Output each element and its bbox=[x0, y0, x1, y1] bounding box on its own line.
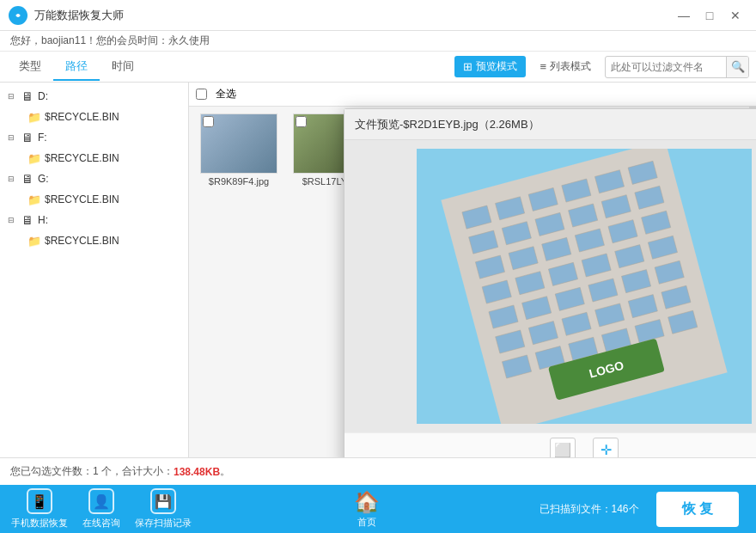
tab-path[interactable]: 路径 bbox=[53, 53, 100, 81]
tab-type[interactable]: 类型 bbox=[7, 53, 53, 81]
preview-image: LOGO bbox=[417, 149, 752, 424]
status-suffix: 。 bbox=[220, 464, 230, 479]
drive-label-d: D: bbox=[38, 90, 48, 102]
app-logo bbox=[9, 6, 27, 25]
search-input[interactable] bbox=[606, 61, 726, 73]
folder-label-h-recycle: $RECYCLE.BIN bbox=[45, 235, 119, 247]
toggle-d-recycle bbox=[12, 111, 24, 123]
toggle-f-recycle bbox=[12, 152, 24, 164]
home-button[interactable]: 🏠 首页 bbox=[354, 490, 380, 529]
sidebar: ⊟ 🖥 D: 📁 $RECYCLE.BIN ⊟ 🖥 F: 📁 $RECYCLE.… bbox=[0, 83, 189, 457]
scanned-text: 已扫描到文件：146个 bbox=[540, 503, 639, 515]
modal-zoom-button[interactable]: ✛ bbox=[593, 438, 619, 458]
drive-label-h: H: bbox=[38, 214, 48, 226]
folder-label-f-recycle: $RECYCLE.BIN bbox=[45, 152, 119, 164]
grid-icon: ⊞ bbox=[463, 60, 472, 73]
folder-icon-f-recycle: 📁 bbox=[27, 150, 42, 166]
preview-mode-label: 预览模式 bbox=[476, 59, 517, 74]
folder-label-d-recycle: $RECYCLE.BIN bbox=[45, 111, 119, 123]
list-mode-label: 列表模式 bbox=[550, 59, 591, 74]
tabbar: 类型 路径 时间 ⊞ 预览模式 ≡ 列表模式 🔍 bbox=[0, 52, 756, 83]
modal-title: 文件预览-$R2D1EYB.jpg（2.26MB） bbox=[355, 117, 756, 132]
folder-icon-h-recycle: 📁 bbox=[27, 233, 42, 248]
drive-label-g: G: bbox=[38, 173, 49, 185]
modal-footer: ⬜ ✛ bbox=[344, 432, 756, 457]
sidebar-item-f[interactable]: ⊟ 🖥 F: bbox=[0, 127, 188, 148]
consult-icon: 👤 bbox=[88, 488, 114, 514]
search-box: 🔍 bbox=[605, 56, 749, 78]
folder-icon-g-recycle: 📁 bbox=[27, 192, 42, 207]
status-prefix: 您已勾选文件数：1 个，合计大小： bbox=[10, 464, 174, 479]
toggle-g-recycle bbox=[12, 193, 24, 205]
minimize-button[interactable]: — bbox=[672, 3, 696, 28]
online-consult-label: 在线咨询 bbox=[82, 517, 120, 530]
sidebar-item-h-recycle[interactable]: 📁 $RECYCLE.BIN bbox=[0, 230, 188, 251]
toggle-f[interactable]: ⊟ bbox=[5, 132, 17, 144]
file-area: 全选 $R9K89F4.jpg $RSL17LY.jpg $R bbox=[189, 83, 756, 457]
sidebar-item-d[interactable]: ⊟ 🖥 D: bbox=[0, 86, 188, 107]
phone-recovery-label: 手机数据恢复 bbox=[11, 517, 68, 530]
drive-icon-f: 🖥 bbox=[20, 130, 35, 145]
sidebar-item-f-recycle[interactable]: 📁 $RECYCLE.BIN bbox=[0, 148, 188, 168]
online-consult-button[interactable]: 👤 在线咨询 bbox=[70, 487, 132, 531]
preview-mode-button[interactable]: ⊞ 预览模式 bbox=[454, 56, 526, 77]
home-icon: 🏠 bbox=[354, 490, 380, 514]
toggle-h-recycle bbox=[12, 235, 24, 247]
folder-label-g-recycle: $RECYCLE.BIN bbox=[45, 193, 119, 205]
modal-overlay: 文件预览-$R2D1EYB.jpg（2.26MB） ✕ bbox=[189, 83, 756, 457]
save-scan-button[interactable]: 💾 保存扫描记录 bbox=[132, 487, 194, 531]
drive-icon-d: 🖥 bbox=[20, 89, 35, 104]
fit-icon: ⬜ bbox=[554, 442, 571, 457]
scanned-info: 已扫描到文件：146个 bbox=[540, 502, 639, 517]
userbar: 您好，baojian11！您的会员时间：永久使用 bbox=[0, 31, 756, 52]
drive-label-f: F: bbox=[38, 132, 47, 144]
sidebar-item-g-recycle[interactable]: 📁 $RECYCLE.BIN bbox=[0, 189, 188, 210]
home-label: 首页 bbox=[357, 516, 376, 529]
phone-icon: 📱 bbox=[27, 488, 52, 514]
user-info: 您好，baojian11！您的会员时间：永久使用 bbox=[10, 34, 210, 48]
drive-icon-g: 🖥 bbox=[20, 171, 35, 187]
toggle-d[interactable]: ⊟ bbox=[5, 90, 17, 102]
search-icon: 🔍 bbox=[731, 60, 745, 73]
recover-button[interactable]: 恢 复 bbox=[656, 492, 739, 527]
sidebar-item-h[interactable]: ⊟ 🖥 H: bbox=[0, 210, 188, 230]
modal-header: 文件预览-$R2D1EYB.jpg（2.26MB） ✕ bbox=[344, 109, 756, 140]
list-mode-button[interactable]: ≡ 列表模式 bbox=[531, 56, 600, 77]
bottombar: 📱 手机数据恢复 👤 在线咨询 💾 保存扫描记录 🏠 首页 已扫描到文件：146… bbox=[0, 485, 756, 533]
sidebar-item-g[interactable]: ⊟ 🖥 G: bbox=[0, 168, 188, 189]
save-icon: 💾 bbox=[150, 488, 176, 514]
titlebar: 万能数据恢复大师 — □ ✕ bbox=[0, 0, 756, 31]
list-icon: ≡ bbox=[540, 60, 546, 73]
toggle-h[interactable]: ⊟ bbox=[5, 214, 17, 226]
main-content: ⊟ 🖥 D: 📁 $RECYCLE.BIN ⊟ 🖥 F: 📁 $RECYCLE.… bbox=[0, 83, 756, 457]
modal-body: LOGO bbox=[344, 140, 756, 432]
window-controls: — □ ✕ bbox=[672, 3, 747, 28]
tab-time[interactable]: 时间 bbox=[100, 53, 146, 81]
preview-modal: 文件预览-$R2D1EYB.jpg（2.26MB） ✕ bbox=[344, 108, 756, 457]
zoom-icon: ✛ bbox=[601, 442, 612, 457]
drive-icon-h: 🖥 bbox=[20, 212, 35, 228]
sidebar-item-d-recycle[interactable]: 📁 $RECYCLE.BIN bbox=[0, 107, 188, 127]
search-button[interactable]: 🔍 bbox=[726, 56, 748, 78]
modal-fit-button[interactable]: ⬜ bbox=[550, 438, 576, 458]
statusbar: 您已勾选文件数：1 个，合计大小： 138.48KB 。 bbox=[0, 457, 756, 485]
toolbar-right: ⊞ 预览模式 ≡ 列表模式 🔍 bbox=[454, 56, 749, 78]
save-scan-label: 保存扫描记录 bbox=[135, 517, 192, 530]
maximize-button[interactable]: □ bbox=[698, 3, 722, 28]
phone-recovery-button[interactable]: 📱 手机数据恢复 bbox=[9, 487, 70, 531]
app-title: 万能数据恢复大师 bbox=[34, 8, 672, 23]
close-button[interactable]: ✕ bbox=[723, 3, 747, 28]
folder-icon-d-recycle: 📁 bbox=[27, 109, 42, 125]
status-size: 138.48KB bbox=[174, 466, 220, 478]
toggle-g[interactable]: ⊟ bbox=[5, 173, 17, 185]
